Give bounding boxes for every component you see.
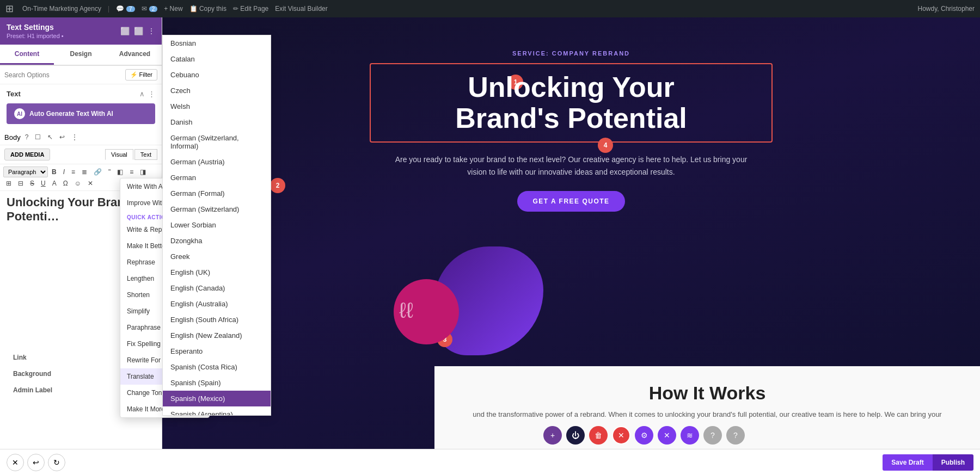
lang-bosnian[interactable]: Bosnian	[163, 35, 271, 51]
lang-catalan[interactable]: Catalan	[163, 51, 271, 67]
underline-btn[interactable]: U	[38, 178, 48, 188]
add-circle-btn[interactable]: +	[543, 426, 562, 445]
hero-description: Are you ready to take your brand to the …	[370, 153, 773, 178]
clear-btn[interactable]: ✕	[85, 178, 96, 188]
undo-icon-btn[interactable]: ↩	[57, 132, 67, 143]
media-row: ADD MEDIA Visual Text	[0, 145, 162, 164]
cursor-icon-btn[interactable]: ↖	[45, 132, 55, 143]
tab-advanced[interactable]: Advanced	[108, 45, 162, 65]
paragraph-select[interactable]: Paragraph	[3, 166, 48, 177]
strike-btn[interactable]: S	[27, 178, 37, 188]
delete-circle-btn[interactable]: 🗑	[589, 426, 608, 445]
add-media-button[interactable]: ADD MEDIA	[4, 149, 50, 161]
lang-czech[interactable]: Czech	[163, 83, 271, 98]
align-center-btn[interactable]: ≡	[127, 166, 136, 177]
tab-design[interactable]: Design	[54, 45, 108, 65]
link-btn[interactable]: 🔗	[91, 166, 105, 177]
ol-btn[interactable]: ≣	[79, 166, 90, 177]
lang-spanish-ar[interactable]: Spanish (Argentina)	[163, 406, 271, 416]
save-draft-button[interactable]: Save Draft	[883, 454, 932, 471]
ai-generate-button[interactable]: AI Auto Generate Text With Al	[7, 103, 155, 124]
lang-spanish-spain[interactable]: Spanish (Spain)	[163, 375, 271, 391]
ai-button-label: Auto Generate Text With Al	[29, 110, 113, 118]
sidebar-preset: Preset: H1 imported •	[7, 33, 64, 39]
section-icons: ∧ ⋮	[139, 90, 155, 98]
layout-icon[interactable]: ⬜	[134, 27, 143, 35]
lang-german-austria[interactable]: German (Austria)	[163, 154, 271, 170]
sidebar-header-icons: ⬜ ⬜ ⋮	[120, 27, 155, 35]
main-layout: Text Settings Preset: H1 imported • ⬜ ⬜ …	[0, 17, 980, 475]
ul-btn[interactable]: ≡	[69, 166, 78, 177]
hero-title-box[interactable]: Unlocking YourBrand's Potential	[370, 63, 773, 143]
quote-btn[interactable]: "	[106, 166, 113, 177]
align-left-btn[interactable]: ◧	[114, 166, 126, 177]
close-circle-btn[interactable]: ✕	[612, 426, 630, 445]
lang-english-ca[interactable]: English (Canada)	[163, 280, 271, 296]
lang-welsh[interactable]: Welsh	[163, 98, 271, 114]
minimize-icon[interactable]: ⬜	[120, 27, 130, 35]
lang-english-uk[interactable]: English (UK)	[163, 264, 271, 280]
admin-bar-site[interactable]: On-Time Marketing Agency	[22, 5, 101, 13]
crop-icon-btn[interactable]: ☐	[33, 132, 43, 143]
main-content: 1 SERVICE: COMPANY REBRAND Unlocking You…	[162, 17, 980, 475]
tab-visual[interactable]: Visual	[105, 149, 133, 160]
help1-circle-btn[interactable]: ?	[703, 426, 722, 445]
special-chars-btn[interactable]: Ω	[60, 178, 71, 188]
lang-spanish-mexico[interactable]: Spanish (Mexico)	[163, 391, 271, 406]
filter-button[interactable]: ⚡ Filter	[125, 69, 158, 81]
how-it-works-desc: und the transformative power of a rebran…	[467, 409, 947, 421]
tab-content[interactable]: Content	[0, 45, 54, 65]
lang-english-za[interactable]: English (South Africa)	[163, 312, 271, 328]
lang-greek[interactable]: Greek	[163, 249, 271, 264]
step-2-badge: 2	[270, 178, 285, 193]
italic-btn[interactable]: I	[60, 166, 68, 177]
how-it-works-title: How It Works	[467, 383, 947, 404]
help-icon-btn[interactable]: ?	[23, 132, 31, 143]
lang-german-formal[interactable]: German (Formal)	[163, 186, 271, 201]
admin-bar-copythis[interactable]: 📋 Copy this	[189, 5, 226, 13]
emoji-btn[interactable]: ☺	[72, 178, 84, 188]
rows-circle-btn[interactable]: ≋	[681, 426, 699, 445]
chevron-up-icon[interactable]: ∧	[139, 90, 145, 98]
cancel-btn[interactable]: ✕	[7, 454, 24, 471]
settings-circle-btn[interactable]: ⚙	[635, 426, 653, 445]
color-btn[interactable]: A	[50, 178, 59, 188]
admin-bar-new[interactable]: + New	[164, 5, 182, 13]
lang-german-ch-informal[interactable]: German (Switzerland, Informal)	[163, 130, 271, 154]
lang-danish[interactable]: Danish	[163, 114, 271, 130]
lang-german-ch[interactable]: German (Switzerland)	[163, 201, 271, 217]
redo-btn[interactable]: ↻	[48, 454, 65, 471]
align-right-btn[interactable]: ◨	[137, 166, 149, 177]
more-icon[interactable]: ⋮	[148, 27, 155, 35]
bold-btn[interactable]: B	[49, 166, 59, 177]
lang-german[interactable]: German	[163, 170, 271, 186]
admin-bar-comments[interactable]: 💬 7	[116, 5, 135, 13]
lang-lower-sorbian[interactable]: Lower Sorbian	[163, 217, 271, 233]
lang-esperanto[interactable]: Esperanto	[163, 343, 271, 359]
publish-button[interactable]: Publish	[933, 454, 973, 471]
admin-bar: ⊞ On-Time Marketing Agency | 💬 7 ✉ 2 + N…	[0, 0, 980, 17]
wp-logo-icon: ⊞	[5, 3, 14, 15]
more-options-icon[interactable]: ⋮	[148, 90, 155, 98]
table-btn[interactable]: ⊞	[3, 178, 14, 188]
undo-btn[interactable]: ↩	[27, 454, 45, 471]
indent-btn[interactable]: ⊟	[15, 178, 26, 188]
tab-text[interactable]: Text	[134, 149, 157, 160]
more-options-btn[interactable]: ⋮	[69, 132, 80, 143]
lang-dzongkha[interactable]: Dzongkha	[163, 233, 271, 249]
lang-english-nz[interactable]: English (New Zealand)	[163, 328, 271, 343]
admin-bar-editpage[interactable]: ✏ Edit Page	[233, 5, 268, 13]
lang-english-au[interactable]: English (Australia)	[163, 296, 271, 312]
lang-cebuano[interactable]: Cebuano	[163, 67, 271, 83]
power-circle-btn[interactable]: ⏻	[566, 426, 585, 445]
ai-icon: AI	[14, 108, 25, 119]
hero-badge: SERVICE: COMPANY REBRAND	[370, 50, 773, 57]
help2-circle-btn[interactable]: ?	[726, 426, 745, 445]
search-input[interactable]	[4, 71, 122, 79]
cta-button[interactable]: GET A FREE QUOTE	[517, 191, 624, 212]
view-tabs: Visual Text	[105, 149, 157, 160]
close2-circle-btn[interactable]: ✕	[658, 426, 676, 445]
lang-spanish-cr[interactable]: Spanish (Costa Rica)	[163, 359, 271, 375]
admin-bar-messages[interactable]: ✉ 2	[142, 5, 158, 13]
admin-bar-exitbuilder[interactable]: Exit Visual Builder	[275, 5, 328, 13]
